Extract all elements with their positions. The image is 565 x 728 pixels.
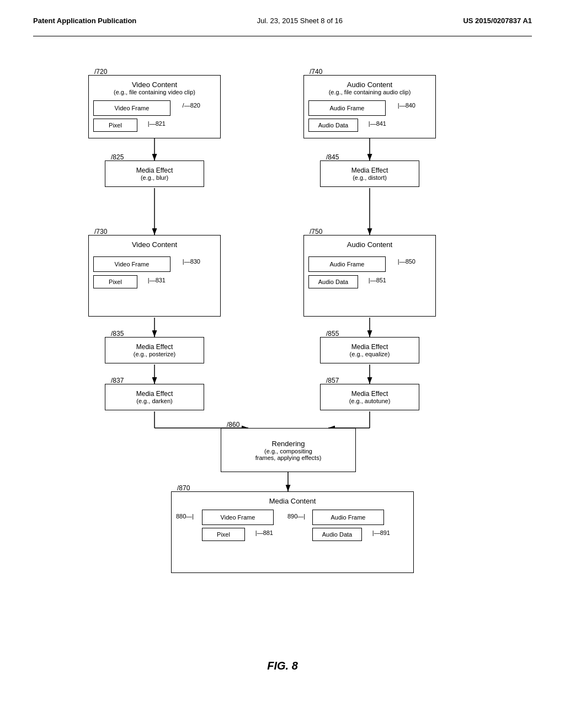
box-831: Pixel |—831 <box>93 275 137 288</box>
box-820-title: Video Frame <box>115 105 150 111</box>
ref-835: /835 <box>111 330 124 338</box>
box-845: /845 Media Effect (e.g., distort) <box>320 160 419 187</box>
box-851-title: Audio Data <box>318 279 348 285</box>
figure-label: FIG. 8 <box>33 660 532 672</box>
ref-720: /720 <box>94 68 107 76</box>
box-880-title: Video Frame <box>221 514 255 521</box>
box-845-title: Media Effect <box>351 167 388 174</box>
header-center: Jul. 23, 2015 Sheet 8 of 16 <box>257 17 343 25</box>
ref-851: |—851 <box>369 277 386 283</box>
box-857-subtitle: (e.g., autotune) <box>349 398 391 404</box>
box-841: Audio Data |—841 <box>308 119 358 132</box>
ref-740: /740 <box>310 68 322 76</box>
header-right: US 2015/0207837 A1 <box>463 17 532 25</box>
box-880: Video Frame <box>202 510 274 525</box>
ref-870: /870 <box>177 484 190 492</box>
ref-857: /857 <box>326 377 339 384</box>
ref-850: |—850 <box>398 258 415 265</box>
box-820: Video Frame /—820 <box>93 100 170 116</box>
box-750-title: Audio Content <box>307 240 433 249</box>
ref-840: |—840 <box>398 102 415 109</box>
box-850-title: Audio Frame <box>330 261 365 267</box>
ref-730: /730 <box>94 228 107 235</box>
box-825-subtitle: (e.g., blur) <box>141 174 168 181</box>
ref-830: |—830 <box>183 258 200 265</box>
box-750: /750 Audio Content Audio Frame |—850 Aud… <box>303 235 436 317</box>
page: Patent Application Publication Jul. 23, … <box>0 0 565 728</box>
ref-860: /860 <box>227 421 239 429</box>
box-730-title: Video Content <box>92 240 217 249</box>
ref-891: |—891 <box>372 529 390 536</box>
box-891-title: Audio Data <box>322 531 352 538</box>
diagram-area: /720 Video Content (e.g., file containin… <box>33 42 532 649</box>
box-837-subtitle: (e.g., darken) <box>136 398 172 404</box>
ref-881: |—881 <box>255 529 273 536</box>
box-870-title: Media Content <box>174 497 411 505</box>
box-730: /730 Video Content Video Frame |—830 Pix… <box>88 235 221 317</box>
box-860: /860 Rendering (e.g., compositing frames… <box>221 428 356 472</box>
ref-845: /845 <box>326 153 339 161</box>
box-857-title: Media Effect <box>351 390 388 398</box>
box-860-title: Rendering <box>272 440 305 448</box>
box-825: /825 Media Effect (e.g., blur) <box>105 160 204 187</box>
box-851: Audio Data |—851 <box>308 275 358 288</box>
ref-837: /837 <box>111 377 124 384</box>
box-720-subtitle: (e.g., file containing video clip) <box>92 89 217 95</box>
box-841-title: Audio Data <box>318 122 348 129</box>
ref-821: |—821 <box>148 120 166 127</box>
box-891: Audio Data |—891 <box>312 528 362 541</box>
ref-841: |—841 <box>369 120 386 127</box>
ref-820: /—820 <box>183 102 200 109</box>
box-850: Audio Frame |—850 <box>308 256 386 272</box>
box-881: Pixel |—881 <box>202 528 245 541</box>
box-740-title: Audio Content <box>307 81 433 89</box>
box-890: Audio Frame <box>312 510 384 525</box>
box-845-subtitle: (e.g., distort) <box>353 174 387 181</box>
box-855: /855 Media Effect (e.g., equalize) <box>320 337 419 363</box>
box-860-subtitle: (e.g., compositing frames, applying effe… <box>255 448 322 461</box>
box-821-title: Pixel <box>109 122 122 129</box>
box-840: Audio Frame |—840 <box>308 100 386 116</box>
box-825-title: Media Effect <box>136 167 173 174</box>
ref-880: 880—| <box>176 513 194 520</box>
box-740-subtitle: (e.g., file containing audio clip) <box>307 89 433 95</box>
box-830: Video Frame |—830 <box>93 256 170 272</box>
page-header: Patent Application Publication Jul. 23, … <box>33 11 532 36</box>
box-840-title: Audio Frame <box>330 105 365 111</box>
box-720-title: Video Content <box>92 81 217 89</box>
box-830-title: Video Frame <box>115 261 150 267</box>
ref-890: 890—| <box>287 513 305 520</box>
box-890-title: Audio Frame <box>331 514 366 521</box>
box-720: /720 Video Content (e.g., file containin… <box>88 75 221 138</box>
box-857: /857 Media Effect (e.g., autotune) <box>320 384 419 410</box>
ref-831: |—831 <box>148 277 166 283</box>
box-831-title: Pixel <box>109 279 122 285</box>
box-855-subtitle: (e.g., equalize) <box>350 351 390 357</box>
header-left: Patent Application Publication <box>33 17 136 25</box>
box-837-title: Media Effect <box>136 390 173 398</box>
box-835: /835 Media Effect (e.g., posterize) <box>105 337 204 363</box>
box-835-title: Media Effect <box>136 343 173 351</box>
box-837: /837 Media Effect (e.g., darken) <box>105 384 204 410</box>
box-855-title: Media Effect <box>351 343 388 351</box>
box-881-title: Pixel <box>217 531 230 538</box>
box-821: Pixel |—821 <box>93 119 137 132</box>
box-740: /740 Audio Content (e.g., file containin… <box>303 75 436 138</box>
box-835-subtitle: (e.g., posterize) <box>134 351 175 357</box>
ref-825: /825 <box>111 153 124 161</box>
box-870: /870 Media Content 880—| Video Frame Pix… <box>171 491 414 573</box>
ref-750: /750 <box>310 228 322 235</box>
ref-855: /855 <box>326 330 339 338</box>
